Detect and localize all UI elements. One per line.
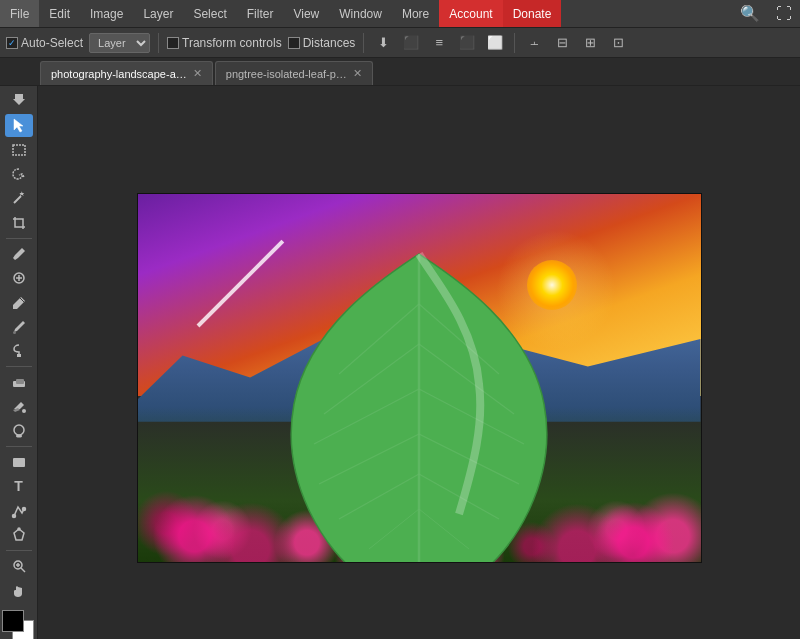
tab-leaf[interactable]: pngtree-isolated-leaf-p… ✕ bbox=[215, 61, 373, 85]
canvas-wrapper bbox=[137, 193, 702, 563]
distribute-v-icon[interactable]: ⊟ bbox=[551, 32, 573, 54]
stamp-tool[interactable] bbox=[5, 340, 33, 362]
svg-rect-15 bbox=[13, 458, 25, 467]
svg-line-20 bbox=[21, 568, 25, 572]
menu-file[interactable]: File bbox=[0, 0, 39, 27]
menu-filter[interactable]: Filter bbox=[237, 0, 284, 27]
tab-landscape-close[interactable]: ✕ bbox=[193, 68, 202, 79]
svg-point-13 bbox=[14, 425, 24, 435]
custom-shape-tool[interactable] bbox=[5, 524, 33, 546]
distances-checkbox[interactable] bbox=[288, 37, 300, 49]
tool-sep-2 bbox=[6, 366, 32, 367]
toolbar-separator-2 bbox=[363, 33, 364, 53]
toolbar: Auto-Select Layer Group Transform contro… bbox=[0, 28, 800, 58]
toolbar-separator-1 bbox=[158, 33, 159, 53]
menu-bar: File Edit Image Layer Select Filter View… bbox=[0, 0, 800, 28]
canvas-area bbox=[38, 86, 800, 639]
menu-view[interactable]: View bbox=[283, 0, 329, 27]
tab-leaf-close[interactable]: ✕ bbox=[353, 68, 362, 79]
menu-edit[interactable]: Edit bbox=[39, 0, 80, 27]
svg-point-18 bbox=[18, 528, 20, 530]
brush-tool[interactable] bbox=[5, 316, 33, 338]
fill-tool[interactable] bbox=[5, 395, 33, 417]
tool-sep-4 bbox=[6, 550, 32, 551]
leaf-overlay bbox=[279, 244, 559, 563]
toolbox: T bbox=[0, 86, 38, 639]
crop-tool[interactable] bbox=[5, 212, 33, 234]
svg-rect-1 bbox=[13, 145, 25, 155]
search-icon[interactable]: 🔍 bbox=[732, 0, 768, 27]
align-center-h-icon[interactable]: ≡ bbox=[428, 32, 450, 54]
pencil-tool[interactable] bbox=[5, 291, 33, 313]
svg-point-12 bbox=[22, 409, 26, 413]
svg-point-17 bbox=[22, 507, 25, 510]
hand-tool[interactable] bbox=[5, 579, 33, 601]
layer-select[interactable]: Layer Group bbox=[89, 33, 150, 53]
auto-select-label: Auto-Select bbox=[21, 36, 83, 50]
text-icon: T bbox=[14, 478, 23, 494]
distribute-icon[interactable]: ⊞ bbox=[579, 32, 601, 54]
menu-donate[interactable]: Donate bbox=[503, 0, 562, 27]
color-swatches-area bbox=[2, 610, 36, 639]
menu-select[interactable]: Select bbox=[183, 0, 236, 27]
svg-point-14 bbox=[16, 434, 22, 437]
download-icon[interactable]: ⬇ bbox=[372, 32, 394, 54]
tab-leaf-label: pngtree-isolated-leaf-p… bbox=[226, 68, 347, 80]
fullscreen-icon[interactable]: ⛶ bbox=[768, 1, 800, 27]
lasso-tool[interactable] bbox=[5, 163, 33, 185]
tool-sep-1 bbox=[6, 238, 32, 239]
transform-controls-checkbox[interactable] bbox=[167, 37, 179, 49]
svg-marker-3 bbox=[19, 192, 24, 197]
svg-point-16 bbox=[12, 514, 15, 517]
path-tool[interactable] bbox=[5, 500, 33, 522]
menu-layer[interactable]: Layer bbox=[133, 0, 183, 27]
foreground-color-swatch[interactable] bbox=[2, 610, 24, 632]
zoom-tool[interactable] bbox=[5, 555, 33, 577]
spacing-icon[interactable]: ⊡ bbox=[607, 32, 629, 54]
heal-tool[interactable] bbox=[5, 267, 33, 289]
transform-controls-label: Transform controls bbox=[182, 36, 282, 50]
align-top-icon[interactable]: ⬜ bbox=[484, 32, 506, 54]
align-left-icon[interactable]: ⬛ bbox=[400, 32, 422, 54]
menu-account[interactable]: Account bbox=[439, 0, 502, 27]
distances-label: Distances bbox=[303, 36, 356, 50]
svg-point-8 bbox=[13, 331, 16, 334]
main-area: T bbox=[0, 86, 800, 639]
magic-wand-tool[interactable] bbox=[5, 187, 33, 209]
tab-landscape-label: photography-landscape-a… bbox=[51, 68, 187, 80]
text-tool[interactable]: T bbox=[5, 475, 33, 497]
tool-sep-3 bbox=[6, 446, 32, 447]
auto-select-checkbox[interactable] bbox=[6, 37, 18, 49]
selection-tool[interactable] bbox=[5, 114, 33, 136]
move-tool[interactable] bbox=[5, 90, 33, 112]
eraser-tool[interactable] bbox=[5, 371, 33, 393]
toolbar-separator-3 bbox=[514, 33, 515, 53]
blur-tool[interactable] bbox=[5, 420, 33, 442]
svg-line-2 bbox=[14, 196, 21, 203]
rect-select-tool[interactable] bbox=[5, 139, 33, 161]
svg-rect-11 bbox=[16, 379, 24, 384]
align-right-icon[interactable]: ⬛ bbox=[456, 32, 478, 54]
eyedropper-tool[interactable] bbox=[5, 243, 33, 265]
canvas-image[interactable] bbox=[137, 193, 702, 563]
menu-image[interactable]: Image bbox=[80, 0, 133, 27]
rectangle-tool[interactable] bbox=[5, 451, 33, 473]
tab-landscape[interactable]: photography-landscape-a… ✕ bbox=[40, 61, 213, 85]
svg-marker-0 bbox=[13, 94, 25, 105]
svg-rect-9 bbox=[17, 354, 21, 357]
menu-more[interactable]: More bbox=[392, 0, 439, 27]
menu-window[interactable]: Window bbox=[329, 0, 392, 27]
distribute-h-icon[interactable]: ⫠ bbox=[523, 32, 545, 54]
tabs-bar: photography-landscape-a… ✕ pngtree-isola… bbox=[0, 58, 800, 86]
